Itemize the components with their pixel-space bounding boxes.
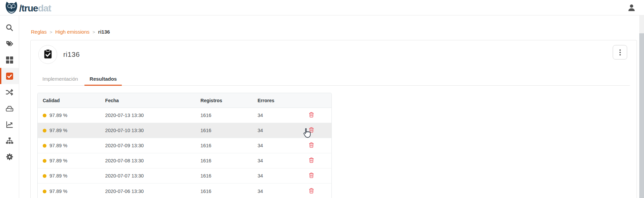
trash-icon (309, 129, 314, 134)
delete-result-button[interactable] (309, 142, 314, 148)
column-header-actions (303, 93, 331, 108)
date-cell: 2020-07-09 13:30 (100, 138, 195, 153)
column-header-registros: Registros (195, 93, 253, 108)
breadcrumb-current: ri136 (98, 29, 110, 35)
table-row: 97.89 % 2020-07-07 13:30 1616 34 (38, 168, 331, 184)
sidebar-item-data-sources[interactable] (0, 100, 19, 116)
date-cell: 2020-07-10 13:30 (100, 123, 195, 138)
sidebar-item-lineage[interactable] (0, 84, 19, 100)
errors-cell: 34 (252, 108, 303, 123)
tab-implementacion[interactable]: Implementación (37, 73, 83, 86)
breadcrumb-separator: > (50, 30, 52, 35)
drive-icon (6, 105, 13, 112)
rule-badge (38, 45, 57, 64)
top-bar: /truedat (0, 0, 644, 15)
actions-cell (303, 108, 331, 123)
errors-cell: 34 (252, 153, 303, 168)
errors-cell: 34 (252, 123, 303, 138)
date-cell: 2020-07-06 13:30 (100, 184, 195, 198)
sidebar-item-quality-rules[interactable] (0, 68, 19, 84)
table-row: 97.89 % 2020-07-13 13:30 1616 34 (38, 108, 331, 123)
search-icon (6, 24, 13, 31)
rule-title: ri136 (63, 45, 80, 64)
actions-cell (303, 184, 331, 198)
records-cell: 1616 (195, 153, 253, 168)
quality-cell: 97.89 % (38, 108, 100, 123)
trash-icon (309, 174, 314, 179)
delete-result-button[interactable] (309, 127, 314, 133)
app-window: /truedat (0, 0, 644, 198)
sitemap-icon (6, 137, 13, 144)
records-cell: 1616 (195, 123, 253, 138)
delete-result-button[interactable] (309, 157, 314, 163)
table-row: 97.89 % 2020-07-10 13:30 1616 34 (38, 123, 331, 138)
quality-cell: 97.89 % (38, 123, 100, 138)
logo-text: /truedat (19, 2, 51, 15)
quality-dot-icon (43, 144, 46, 148)
quality-cell: 97.89 % (38, 153, 100, 168)
clipboard-check-icon (44, 49, 52, 60)
scrollbar-thumb[interactable] (639, 33, 644, 198)
results-table: Calidad Fecha Registros Errores (37, 93, 332, 198)
breadcrumb-link-reglas[interactable]: Reglas (31, 29, 47, 35)
actions-cell (303, 123, 331, 138)
shuffle-icon (6, 89, 13, 96)
quality-dot-icon (43, 129, 46, 132)
sidebar-item-tags[interactable] (0, 36, 19, 52)
quality-dot-icon (43, 190, 46, 193)
table-row: 97.89 % 2020-07-06 13:30 1616 34 (38, 184, 331, 198)
date-cell: 2020-07-08 13:30 (100, 153, 195, 168)
trash-icon (309, 144, 314, 149)
quality-dot-icon (43, 159, 46, 163)
sidebar-item-search[interactable] (0, 19, 19, 36)
records-cell: 1616 (195, 108, 253, 123)
scrollbar-track[interactable] (639, 15, 644, 198)
truedat-logo[interactable]: /truedat (5, 1, 51, 15)
records-cell: 1616 (195, 168, 253, 184)
quality-cell: 97.89 % (38, 168, 100, 184)
quality-cell: 97.89 % (38, 138, 100, 153)
trash-icon (309, 190, 314, 195)
chart-line-icon (6, 121, 13, 128)
table-header-row: Calidad Fecha Registros Errores (38, 93, 331, 108)
column-header-calidad: Calidad (38, 93, 100, 108)
tab-bar: Implementación Resultados (37, 73, 630, 86)
gear-icon (6, 153, 13, 160)
breadcrumb-link-high-emissions[interactable]: High emissions (55, 29, 90, 35)
rule-card: ri136 Implementación Resultados Calidad … (30, 40, 637, 198)
results-table-body: 97.89 % 2020-07-13 13:30 1616 34 (38, 108, 331, 198)
column-header-fecha: Fecha (100, 93, 195, 108)
kebab-menu-icon (619, 49, 621, 51)
actions-cell (303, 153, 331, 168)
sidebar-item-dashboard[interactable] (0, 52, 19, 68)
errors-cell: 34 (252, 138, 303, 153)
quality-dot-icon (43, 114, 46, 117)
owl-logo-icon (5, 1, 17, 15)
quality-dot-icon (43, 174, 46, 178)
tags-icon (6, 40, 13, 47)
table-row: 97.89 % 2020-07-08 13:30 1616 34 (38, 153, 331, 168)
sidebar-item-dashboards-stats[interactable] (0, 116, 19, 132)
kebab-menu-button[interactable] (613, 45, 627, 60)
sidebar-item-settings[interactable] (0, 149, 19, 165)
column-header-errores: Errores (252, 93, 303, 108)
delete-result-button[interactable] (309, 172, 314, 178)
trash-icon (309, 159, 314, 164)
grid-icon (6, 56, 13, 64)
date-cell: 2020-07-07 13:30 (100, 168, 195, 184)
table-row: 97.89 % 2020-07-09 13:30 1616 34 (38, 138, 331, 153)
tab-resultados[interactable]: Resultados (84, 73, 122, 86)
quality-cell: 97.89 % (38, 184, 100, 198)
actions-cell (303, 138, 331, 153)
errors-cell: 34 (252, 168, 303, 184)
breadcrumb: Reglas>High emissions>ri136 (31, 29, 110, 35)
delete-result-button[interactable] (309, 112, 314, 118)
sidebar-item-taxonomy[interactable] (0, 132, 19, 149)
errors-cell: 34 (252, 184, 303, 198)
user-icon[interactable] (628, 4, 635, 11)
breadcrumb-separator: > (93, 30, 95, 35)
sidebar-nav (0, 15, 19, 198)
delete-result-button[interactable] (309, 188, 314, 194)
date-cell: 2020-07-13 13:30 (100, 108, 195, 123)
records-cell: 1616 (195, 138, 253, 153)
